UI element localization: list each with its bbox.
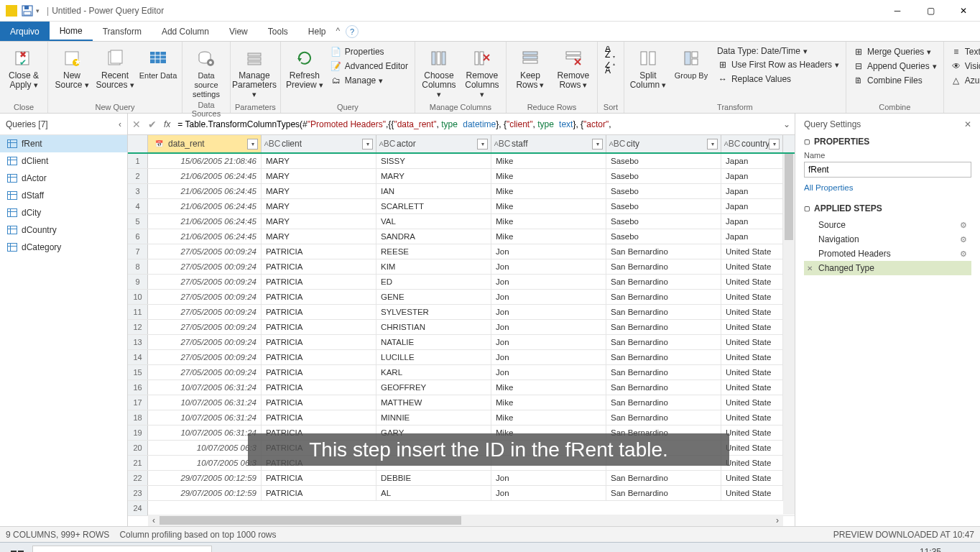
cell[interactable]: United State <box>721 486 783 500</box>
cell[interactable]: 10/07/2005 06:3 <box>148 441 262 455</box>
vertical-scrollbar[interactable] <box>783 154 795 515</box>
cell[interactable]: United State <box>721 456 783 470</box>
cell[interactable]: Jon <box>491 486 606 500</box>
column-header[interactable]: ABCactor▾ <box>376 135 491 152</box>
column-filter-icon[interactable]: ▾ <box>247 139 258 150</box>
help-icon[interactable]: ? <box>346 25 359 38</box>
applied-step[interactable]: Navigation⚙ <box>804 232 971 247</box>
sort-desc-button[interactable]: ZA <box>602 61 619 75</box>
table-row[interactable]: 1527/05/2005 00:09:24PATRICIAKARLJonSan … <box>128 365 795 380</box>
cell[interactable]: 27/05/2005 00:09:24 <box>148 320 262 334</box>
cell[interactable]: San Bernardino <box>606 410 721 425</box>
cell[interactable]: San Bernardino <box>606 305 721 319</box>
cell[interactable]: United State <box>721 244 783 259</box>
taskbar-app-icon[interactable]: 📙 <box>317 546 337 553</box>
cell[interactable]: 27/05/2005 00:09:24 <box>148 290 262 304</box>
cell[interactable]: San Bernardino <box>606 290 721 304</box>
taskbar-app-icon[interactable]: ⚫ <box>516 546 536 553</box>
cell[interactable]: MARY <box>262 199 376 213</box>
cell[interactable]: 21/06/2005 06:24:45 <box>148 169 262 183</box>
tab-file[interactable]: Arquivo <box>0 22 50 41</box>
cell[interactable]: VAL <box>376 214 491 229</box>
advanced-editor-button[interactable]: 📝Advanced Editor <box>328 60 410 73</box>
cell[interactable]: PATRICIA <box>262 290 376 304</box>
all-properties-link[interactable]: All Properties <box>804 183 971 192</box>
table-row[interactable]: 321/06/2005 06:24:45MARYIANMikeSaseboJap… <box>128 184 795 199</box>
table-row[interactable]: 2329/07/2005 00:12:59PATRICIAALJonSan Be… <box>128 486 795 501</box>
table-row[interactable]: 2229/07/2005 00:12:59PATRICIADEBBIEJonSa… <box>128 471 795 486</box>
cell[interactable]: Sasebo <box>606 184 721 198</box>
cell[interactable]: MARY <box>262 229 376 244</box>
cell[interactable]: NATALIE <box>376 335 491 349</box>
cell[interactable]: 27/05/2005 00:09:24 <box>148 259 262 274</box>
column-header[interactable]: ABCclient▾ <box>262 135 376 152</box>
combine-files-button[interactable]: 🗎Combine Files <box>851 74 939 87</box>
table-row[interactable]: 521/06/2005 06:24:45MARYVALMikeSaseboJap… <box>128 214 795 229</box>
cell[interactable]: Mike <box>491 395 606 410</box>
cell[interactable]: 21/06/2005 06:24:45 <box>148 229 262 244</box>
minimize-button[interactable]: ─ <box>881 0 914 22</box>
cell[interactable]: Jon <box>491 471 606 485</box>
cell[interactable]: United State <box>721 275 783 289</box>
data-type-button[interactable]: Data Type: Date/Time ▾ <box>715 45 841 57</box>
gear-icon[interactable]: ⚙ <box>960 235 967 244</box>
cell[interactable]: Sasebo <box>606 199 721 213</box>
cell[interactable]: MARY <box>262 214 376 229</box>
qat-dropdown-icon[interactable]: ▾ <box>36 7 40 14</box>
tray-clock[interactable]: 11:3515/11/2022 <box>909 548 952 553</box>
taskbar-app-icon[interactable]: 🔵 <box>495 546 515 553</box>
formula-text[interactable]: = Table.TransformColumnTypes(#"Promoted … <box>177 119 776 129</box>
save-icon[interactable] <box>22 5 33 17</box>
cell[interactable]: SANDRA <box>376 229 491 244</box>
cell[interactable]: Sasebo <box>606 169 721 183</box>
cell[interactable]: United State <box>721 441 783 455</box>
cell[interactable]: 10/07/2005 06:3 <box>148 456 262 470</box>
table-row[interactable]: 1427/05/2005 00:09:24PATRICIALUCILLEJonS… <box>128 350 795 365</box>
taskbar-app-icon[interactable]: 🦓 <box>359 546 379 553</box>
tab-home[interactable]: Home <box>50 22 93 41</box>
cell[interactable]: AL <box>376 486 491 500</box>
sort-asc-button[interactable]: AZ <box>602 45 619 60</box>
table-row[interactable]: 927/05/2005 00:09:24PATRICIAEDJonSan Ber… <box>128 275 795 290</box>
tab-add-column[interactable]: Add Column <box>152 22 219 41</box>
cell[interactable]: PATRICIA <box>262 244 376 259</box>
cell[interactable]: 27/05/2005 00:09:24 <box>148 244 262 259</box>
cell[interactable]: San Bernardino <box>606 275 721 289</box>
cell[interactable]: MINNIE <box>376 410 491 425</box>
cell[interactable]: Japan <box>721 169 783 183</box>
cell[interactable]: 10/07/2005 06:31:24 <box>148 380 262 395</box>
taskbar-app-icon[interactable]: 🌐 <box>379 546 399 553</box>
cell[interactable]: GEOFFREY <box>376 380 491 395</box>
cell[interactable]: MARY <box>262 169 376 183</box>
table-row[interactable]: 827/05/2005 00:09:24PATRICIAKIMJonSan Be… <box>128 259 795 275</box>
cell[interactable]: PATRICIA <box>262 471 376 485</box>
cell[interactable]: Jon <box>491 244 606 259</box>
cell[interactable]: United State <box>721 290 783 304</box>
new-source-button[interactable]: ★New Source ▾ <box>52 44 91 90</box>
cell[interactable]: 29/07/2005 00:12:59 <box>148 471 262 485</box>
cell[interactable]: San Bernardino <box>606 244 721 259</box>
group-by-button[interactable]: Group By <box>672 44 711 80</box>
cell[interactable]: San Bernardino <box>606 471 721 485</box>
formula-expand-icon[interactable]: ⌄ <box>783 119 790 129</box>
delete-step-icon[interactable]: ✕ <box>807 264 813 272</box>
cell[interactable]: United State <box>721 380 783 395</box>
query-item[interactable]: dCity <box>0 204 127 221</box>
formula-cancel-icon[interactable]: ✕ <box>132 119 141 130</box>
first-row-headers-button[interactable]: ⊞Use First Row as Headers ▾ <box>715 58 841 71</box>
cell[interactable]: PATRICIA <box>262 380 376 395</box>
cell[interactable]: 10/07/2005 06:31:24 <box>148 410 262 425</box>
table-row[interactable]: 1610/07/2005 06:31:24PATRICIAGEOFFREYMik… <box>128 380 795 395</box>
taskbar-app-icon[interactable]: 🟧 <box>412 546 432 553</box>
cell[interactable]: San Bernardino <box>606 350 721 364</box>
cell[interactable]: DEBBIE <box>376 471 491 485</box>
query-item[interactable]: dActor <box>0 170 127 187</box>
cell[interactable]: Mike <box>491 184 606 198</box>
cell[interactable]: United State <box>721 259 783 274</box>
cell[interactable]: United State <box>721 395 783 410</box>
tab-view[interactable]: View <box>219 22 258 41</box>
cell[interactable]: Jon <box>491 320 606 334</box>
taskbar-app-icon[interactable]: 📘 <box>296 546 316 553</box>
gear-icon[interactable]: ⚙ <box>960 249 967 259</box>
cell[interactable]: PATRICIA <box>262 350 376 364</box>
